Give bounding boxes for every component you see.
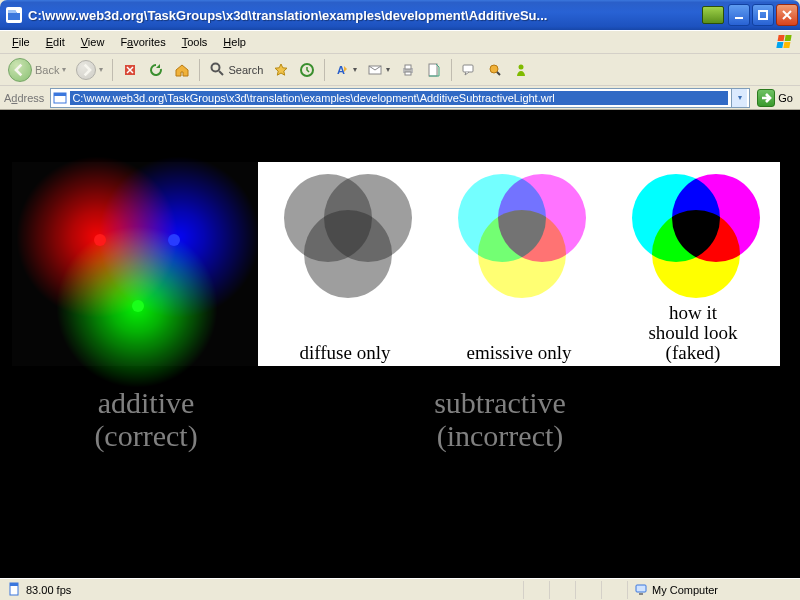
- statusbar: 83.00 fps My Computer: [0, 578, 800, 600]
- svg-point-17: [519, 64, 524, 69]
- chevron-down-icon: ▾: [353, 65, 357, 74]
- menu-file[interactable]: File: [4, 34, 38, 50]
- home-button[interactable]: [170, 58, 194, 82]
- address-label: Address: [4, 92, 46, 104]
- emissive-caption: emissive only: [432, 343, 606, 363]
- computer-icon: [634, 582, 648, 598]
- discuss-button[interactable]: [457, 58, 481, 82]
- back-button[interactable]: Back ▾: [4, 58, 70, 82]
- back-arrow-icon: [8, 58, 32, 82]
- faked-caption: how it should look (faked): [606, 303, 780, 363]
- svg-rect-15: [463, 65, 473, 72]
- search-label: Search: [228, 64, 263, 76]
- subtractive-label: subtractive (incorrect): [370, 386, 630, 452]
- svg-rect-0: [735, 17, 743, 19]
- faked-venn: [608, 166, 778, 316]
- status-pane-4: [602, 581, 628, 599]
- refresh-button[interactable]: [144, 58, 168, 82]
- menu-tools[interactable]: Tools: [174, 34, 216, 50]
- grey-circle-icon: [304, 210, 392, 298]
- diffuse-caption: diffuse only: [258, 343, 432, 363]
- zone-text: My Computer: [652, 584, 718, 596]
- forward-arrow-icon: [76, 60, 96, 80]
- svg-point-7: [212, 63, 220, 71]
- svg-rect-5: [783, 42, 790, 48]
- svg-text:A: A: [337, 64, 345, 76]
- svg-rect-12: [405, 65, 411, 69]
- search-icon: [209, 61, 225, 79]
- green-light-source: [132, 300, 144, 312]
- yellow-circle-icon: [478, 210, 566, 298]
- favorites-button[interactable]: [269, 58, 293, 82]
- back-dropdown-icon: ▾: [62, 65, 66, 74]
- toolbar-separator: [112, 59, 113, 81]
- page-icon: [8, 582, 22, 598]
- edit-button[interactable]: [422, 58, 446, 82]
- titlebar: C:\www.web3d.org\TaskGroups\x3d\translat…: [0, 0, 800, 30]
- subtractive-panel: diffuse only emissive only how it should…: [258, 162, 780, 366]
- svg-rect-23: [639, 593, 643, 595]
- fps-text: 83.00 fps: [26, 584, 71, 596]
- status-fps: 83.00 fps: [2, 581, 524, 599]
- toolbar-separator: [324, 59, 325, 81]
- status-pane-1: [524, 581, 550, 599]
- forward-dropdown-icon: ▾: [99, 65, 103, 74]
- research-button[interactable]: [483, 58, 507, 82]
- svg-point-16: [490, 65, 498, 73]
- svg-rect-4: [776, 42, 783, 48]
- forward-button[interactable]: ▾: [72, 58, 107, 82]
- menu-view[interactable]: View: [73, 34, 113, 50]
- emissive-column: emissive only: [432, 162, 606, 366]
- maximize-button[interactable]: [752, 4, 774, 26]
- additive-label: additive (correct): [46, 386, 246, 452]
- close-button[interactable]: [776, 4, 798, 26]
- toolbar: Back ▾ ▾ Search A▾ ▾: [0, 54, 800, 86]
- history-button[interactable]: [295, 58, 319, 82]
- diffuse-column: diffuse only: [258, 162, 432, 366]
- diffuse-venn: [260, 166, 430, 316]
- app-icon: [6, 7, 22, 23]
- emissive-venn: [434, 166, 604, 316]
- chevron-down-icon: ▾: [386, 65, 390, 74]
- svg-rect-14: [429, 64, 437, 76]
- stop-button[interactable]: [118, 58, 142, 82]
- windows-logo-icon: [776, 33, 796, 51]
- content-viewport[interactable]: diffuse only emissive only how it should…: [0, 110, 800, 578]
- svg-rect-22: [636, 585, 646, 592]
- address-input-wrap: ▾: [50, 88, 750, 108]
- menu-edit[interactable]: Edit: [38, 34, 73, 50]
- status-zone: My Computer: [628, 581, 798, 599]
- go-arrow-icon: [757, 89, 775, 107]
- status-pane-3: [576, 581, 602, 599]
- minimize-button[interactable]: [728, 4, 750, 26]
- menu-favorites[interactable]: Favorites: [112, 34, 173, 50]
- address-input[interactable]: [70, 91, 728, 105]
- nvidia-badge-icon: [702, 6, 724, 24]
- back-label: Back: [35, 64, 59, 76]
- toolbar-separator: [199, 59, 200, 81]
- window-title: C:\www.web3d.org\TaskGroups\x3d\translat…: [28, 8, 702, 23]
- status-pane-2: [550, 581, 576, 599]
- svg-rect-3: [785, 35, 792, 41]
- toolbar-separator: [451, 59, 452, 81]
- messenger-button[interactable]: [509, 58, 533, 82]
- mail-button[interactable]: ▾: [363, 58, 394, 82]
- address-dropdown[interactable]: ▾: [731, 89, 747, 107]
- faked-column: how it should look (faked): [606, 162, 780, 366]
- red-light-source: [94, 234, 106, 246]
- menubar: File Edit View Favorites Tools Help: [0, 30, 800, 54]
- window-buttons: [728, 4, 798, 26]
- svg-rect-13: [405, 72, 411, 75]
- go-label: Go: [778, 92, 793, 104]
- additive-panel: [12, 162, 258, 366]
- svg-rect-21: [10, 583, 18, 586]
- go-button[interactable]: Go: [754, 88, 796, 108]
- svg-rect-19: [54, 93, 66, 96]
- page-favicon-icon: [53, 91, 67, 105]
- svg-rect-1: [759, 11, 767, 19]
- print-button[interactable]: [396, 58, 420, 82]
- menu-help[interactable]: Help: [215, 34, 254, 50]
- search-button[interactable]: Search: [205, 58, 267, 82]
- svg-rect-2: [778, 35, 785, 41]
- tool-a-button[interactable]: A▾: [330, 58, 361, 82]
